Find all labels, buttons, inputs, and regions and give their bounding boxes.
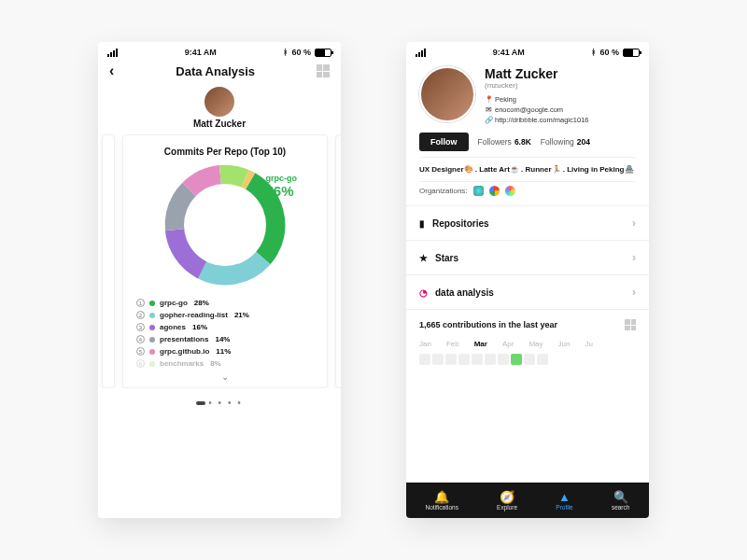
status-battery-pct: 60 % bbox=[599, 48, 619, 57]
tab-profile[interactable]: ▲Profile bbox=[556, 491, 572, 511]
email[interactable]: enocom@google.com bbox=[495, 105, 563, 114]
back-button[interactable]: ‹ bbox=[109, 63, 114, 79]
signal-icon bbox=[416, 49, 426, 57]
follow-button[interactable]: Follow bbox=[419, 133, 469, 151]
battery-icon bbox=[623, 49, 640, 57]
screen-data-analysis: 9:41 AM ᚼ 60 % ‹ Data Analysis Matt Zuck… bbox=[98, 42, 341, 518]
status-bar: 9:41 AM ᚼ 60 % bbox=[406, 42, 649, 59]
chevron-right-icon: › bbox=[632, 286, 636, 299]
star-icon: ★ bbox=[419, 253, 428, 263]
expand-icon[interactable]: ⌄ bbox=[136, 370, 314, 382]
org-icon[interactable] bbox=[505, 186, 515, 196]
follow-stats: Followers6.8K Following204 bbox=[478, 137, 590, 147]
signal-icon bbox=[107, 49, 118, 57]
commits-card: Commits Per Repo (Top 10) grpc-go 56% 1g… bbox=[122, 134, 328, 388]
user-name: Matt Zucker bbox=[98, 119, 341, 129]
chart-legend: 1grpc-go28%2gopher-reading-list21%3agone… bbox=[136, 297, 314, 370]
grid-view-icon[interactable] bbox=[317, 64, 330, 77]
battery-icon bbox=[315, 49, 331, 57]
status-time: 9:41 AM bbox=[185, 48, 217, 57]
avatar[interactable] bbox=[204, 87, 234, 117]
bluetooth-icon: ᚼ bbox=[591, 48, 596, 57]
location-icon: 📍 bbox=[485, 95, 492, 104]
nav-repositories[interactable]: ▮Repositories › bbox=[406, 205, 649, 240]
avatar[interactable] bbox=[419, 66, 475, 122]
chevron-right-icon: › bbox=[632, 251, 636, 264]
tab-explore[interactable]: 🧭Explore bbox=[497, 491, 517, 511]
screen-profile: 9:41 AM ᚼ 60 % Matt Zucker (mzucker) 📍Pe… bbox=[406, 42, 649, 518]
profile-url[interactable]: http://dribbble.com/magic1016 bbox=[495, 116, 588, 124]
org-icon[interactable] bbox=[473, 186, 484, 196]
page-indicator: • • • • bbox=[98, 398, 341, 408]
search-icon: 🔍 bbox=[613, 491, 628, 503]
status-battery-pct: 60 % bbox=[291, 48, 311, 57]
profile-handle: (mzucker) bbox=[485, 81, 636, 90]
nav-stars[interactable]: ★Stars › bbox=[406, 240, 649, 274]
nav-data-analysis[interactable]: ◔data analysis › bbox=[406, 274, 649, 309]
tab-bar: 🔔Notifications 🧭Explore ▲Profile 🔍search bbox=[406, 483, 649, 518]
bio: UX Designer🎨 . Latte Art☕ . Runner🏃 . Li… bbox=[406, 158, 649, 181]
page-title: Data Analysis bbox=[176, 64, 255, 78]
person-icon: ▲ bbox=[558, 491, 571, 503]
org-icon[interactable] bbox=[489, 186, 500, 196]
contribution-heatmap bbox=[406, 352, 649, 367]
organizations: Organizations: bbox=[406, 182, 649, 205]
next-card-peek[interactable] bbox=[335, 134, 341, 388]
status-time: 9:41 AM bbox=[493, 48, 525, 57]
grid-view-icon[interactable] bbox=[625, 319, 636, 330]
location: Peking bbox=[495, 95, 516, 104]
tab-notifications[interactable]: 🔔Notifications bbox=[426, 491, 458, 511]
chart-callout: grpc-go 56% bbox=[266, 174, 298, 199]
repo-icon: ▮ bbox=[419, 218, 425, 229]
link-icon: 🔗 bbox=[485, 116, 492, 124]
nav-bar: ‹ Data Analysis bbox=[98, 59, 341, 81]
chart-icon: ◔ bbox=[419, 287, 428, 298]
month-axis: JanFebMarAprMayJunJu bbox=[406, 336, 649, 352]
compass-icon: 🧭 bbox=[500, 491, 514, 503]
bell-icon: 🔔 bbox=[434, 491, 449, 503]
chevron-right-icon: › bbox=[632, 217, 636, 230]
contributions-title: 1,665 contributions in the last year bbox=[419, 320, 557, 329]
mail-icon: ✉ bbox=[485, 105, 492, 114]
status-bar: 9:41 AM ᚼ 60 % bbox=[98, 42, 341, 59]
donut-chart: grpc-go 56% bbox=[164, 164, 286, 286]
tab-search[interactable]: 🔍search bbox=[612, 491, 630, 511]
bluetooth-icon: ᚼ bbox=[283, 48, 288, 57]
profile-name: Matt Zucker bbox=[485, 66, 636, 81]
prev-card-peek[interactable] bbox=[102, 134, 115, 388]
